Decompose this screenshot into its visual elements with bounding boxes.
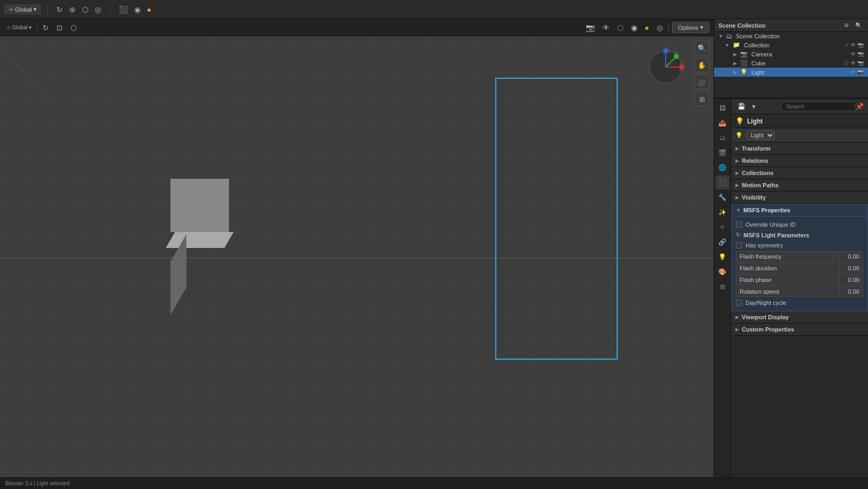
flash-phase-value[interactable]: 0.00: [839, 275, 863, 285]
eevee-btn[interactable]: ●: [145, 4, 153, 15]
flash-duration-value[interactable]: 0.00: [839, 263, 863, 273]
output-props-btn[interactable]: 📤: [716, 116, 730, 130]
navigation-gizmo[interactable]: X Y Z: [647, 48, 684, 86]
outliner-item-scene-collection[interactable]: ▼ 🗂 Scene Collection: [714, 32, 868, 40]
flash-frequency-value[interactable]: 0.00: [839, 251, 863, 262]
collections-arrow: ▶: [735, 170, 739, 176]
props-save-btn[interactable]: 💾: [735, 102, 748, 111]
visibility-section: ▶ Visibility: [731, 192, 868, 204]
outliner-item-cube[interactable]: ▶ ⬛ Cube ▽ 👁 📷: [714, 59, 868, 68]
col-name: Collection: [744, 42, 842, 48]
custom-properties-section: ▶ Custom Properties: [731, 324, 868, 336]
shader-props-btn[interactable]: ⊞: [716, 280, 730, 294]
cam-cam-icon: 📷: [857, 51, 864, 57]
viewport[interactable]: ⊹ Global ▾ ↻ ⊡ ⬡ 📷 👁 ⬡ ◉ ● ◎ O: [0, 19, 714, 477]
motion-paths-section-header[interactable]: ▶ Motion Paths: [731, 179, 868, 191]
outliner-search-btn[interactable]: 🔍: [853, 21, 864, 29]
top-toolbar: ⊹ Global ▾ ↻ ⊕ ⬡ ◎ ⬛ ◉ ●: [0, 0, 868, 19]
physics-props-btn[interactable]: ⚛: [716, 220, 730, 234]
rotation-speed-value[interactable]: 0.00: [839, 286, 863, 297]
transform-space-btn[interactable]: ⊹ Global ▾: [4, 4, 41, 14]
viewport-display-header[interactable]: ▶ Viewport Display: [731, 311, 868, 323]
transform-section-header[interactable]: ▶ Transform: [731, 143, 868, 154]
transform-label: Transform: [742, 145, 771, 152]
relations-section-header[interactable]: ▶ Relations: [731, 155, 868, 167]
data-props-btn[interactable]: 💡: [716, 250, 730, 264]
cube-object: [170, 179, 240, 243]
wireframe-btn[interactable]: ⬛: [117, 4, 130, 15]
visibility-label: Visibility: [742, 194, 766, 201]
shading-wire-btn[interactable]: ⬡: [615, 22, 626, 33]
collections-section-header[interactable]: ▶ Collections: [731, 167, 868, 179]
viewport-shading-solid-btn[interactable]: ⬡: [68, 22, 79, 33]
day-night-cycle-checkbox[interactable]: [736, 300, 742, 306]
col-actions: ✓ 👁 📷: [845, 42, 864, 48]
properties-icon-bar: 🖼 📤 🗂 🎬 🌐 ⬛ 🔧 ✨ ⚛ 🔗 💡 🎨 ⊞: [714, 99, 731, 477]
relations-arrow: ▶: [735, 158, 739, 163]
camera-view-btn[interactable]: 📷: [584, 22, 597, 33]
col-icon: 📁: [733, 42, 740, 48]
light-cam-icon: 📷: [857, 69, 864, 75]
viewport-gizmo-btn[interactable]: ⊡: [54, 22, 65, 33]
camera-tool-btn[interactable]: 🎥: [694, 74, 709, 89]
viewport-header: ⊹ Global ▾ ↻ ⊡ ⬡ 📷 👁 ⬡ ◉ ● ◎ O: [0, 19, 714, 36]
status-bar: Blender 3.x | Light selected: [0, 477, 868, 489]
particles-props-btn[interactable]: ✨: [716, 205, 730, 219]
outliner-item-camera[interactable]: ▶ 📷 Camera 👁 📷: [714, 49, 868, 59]
object-name-bar: 💡 Light: [731, 114, 868, 128]
view-btn[interactable]: 👁: [600, 22, 612, 33]
outliner-filter-btn[interactable]: ⚙: [842, 21, 851, 29]
toolbar-separator-1: [47, 4, 48, 15]
viewport-perspective-btn[interactable]: ⊹ Global ▾: [4, 23, 34, 31]
flash-frequency-label: Flash frequency: [736, 251, 839, 262]
visibility-section-header[interactable]: ▶ Visibility: [731, 192, 868, 203]
magnet-btn[interactable]: ⊕: [67, 4, 78, 15]
override-unique-id-checkbox[interactable]: [736, 221, 742, 228]
rotate-btn[interactable]: ↻: [54, 4, 65, 15]
material-props-btn[interactable]: 🎨: [716, 265, 730, 279]
flash-duration-label: Flash duration: [736, 263, 839, 273]
has-symmetry-checkbox[interactable]: [736, 242, 742, 248]
shading-eevee-btn[interactable]: ◎: [654, 22, 665, 33]
relations-label: Relations: [742, 158, 768, 164]
solid-btn[interactable]: ◉: [132, 4, 143, 15]
main-content: ⊹ Global ▾ ↻ ⊡ ⬡ 📷 👁 ⬡ ◉ ● ◎ O: [0, 19, 868, 477]
shading-rendered-btn[interactable]: ●: [643, 22, 651, 33]
world-props-btn[interactable]: 🌐: [716, 161, 730, 175]
snap-btn[interactable]: ⬡: [80, 4, 91, 15]
outliner-item-light[interactable]: ▶ 💡 Light 👁 📷: [714, 68, 868, 77]
view-layer-props-btn[interactable]: 🗂: [716, 131, 730, 145]
custom-properties-header[interactable]: ▶ Custom Properties: [731, 324, 868, 335]
props-chevron-btn[interactable]: ▾: [750, 101, 758, 112]
render-props-btn[interactable]: 🖼: [716, 101, 730, 115]
transform-arrow: ▶: [735, 146, 739, 151]
shading-solid-btn[interactable]: ◉: [629, 22, 640, 33]
object-props-btn[interactable]: ⬛: [716, 176, 730, 189]
scene-props-btn[interactable]: 🎬: [716, 146, 730, 160]
obj-type-select[interactable]: Light: [746, 130, 775, 140]
light-actions: 👁 📷: [850, 69, 864, 75]
light-params-icon: ↻: [736, 231, 741, 238]
msfs-section-header[interactable]: ▼ MSFS Properties: [732, 204, 867, 217]
viewport-options-btn[interactable]: Options ▾: [672, 22, 709, 33]
vp-sep2: [668, 23, 669, 32]
cube-name: Cube: [751, 60, 842, 67]
obj-name-icon: 💡: [735, 117, 744, 125]
constraints-props-btn[interactable]: 🔗: [716, 235, 730, 249]
status-text: Blender 3.x | Light selected: [5, 480, 69, 486]
col-arrow: ▼: [725, 43, 730, 48]
proportional-btn[interactable]: ◎: [93, 4, 103, 15]
outliner-header-actions: ⚙ 🔍: [842, 21, 864, 29]
pin-btn[interactable]: 📌: [856, 103, 864, 110]
light-icon: 💡: [740, 69, 748, 76]
properties-search-input[interactable]: [781, 102, 856, 111]
magnifier-tool-btn[interactable]: 🔍: [694, 40, 709, 55]
hand-tool-btn[interactable]: ✋: [694, 57, 709, 72]
flash-duration-row: Flash duration 0.00: [736, 263, 863, 273]
outliner-item-collection[interactable]: ▼ 📁 Collection ✓ 👁 📷: [714, 40, 868, 49]
viewport-overlay-btn[interactable]: ↻: [40, 22, 51, 33]
grid-tool-btn[interactable]: ⊞: [694, 92, 709, 106]
svg-point-14: [679, 64, 684, 70]
modifier-props-btn[interactable]: 🔧: [716, 190, 730, 204]
toolbar-separator-2: [110, 4, 110, 15]
